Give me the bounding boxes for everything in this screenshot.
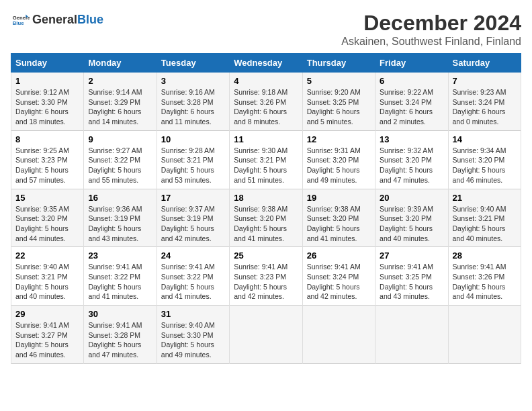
logo: General Blue GeneralBlue: [11, 11, 103, 30]
calendar-cell: 26Sunrise: 9:41 AMSunset: 3:24 PMDayligh…: [302, 247, 375, 306]
calendar-cell: [375, 306, 448, 364]
cell-info: Sunrise: 9:27 AMSunset: 3:22 PMDaylight:…: [88, 146, 152, 185]
calendar-week-row: 8Sunrise: 9:25 AMSunset: 3:23 PMDaylight…: [11, 130, 521, 189]
cell-info: Sunrise: 9:35 AMSunset: 3:20 PMDaylight:…: [15, 204, 79, 244]
calendar-cell: 15Sunrise: 9:35 AMSunset: 3:20 PMDayligh…: [11, 189, 84, 247]
calendar-cell: [448, 306, 521, 364]
day-number: 11: [234, 134, 298, 144]
day-number: 29: [15, 309, 79, 319]
calendar-cell: 16Sunrise: 9:36 AMSunset: 3:19 PMDayligh…: [84, 189, 157, 247]
day-number: 30: [88, 309, 152, 319]
column-header-sunday: Sunday: [11, 54, 84, 73]
cell-info: Sunrise: 9:32 AMSunset: 3:20 PMDaylight:…: [380, 146, 443, 185]
day-number: 21: [453, 193, 517, 203]
calendar-cell: 8Sunrise: 9:25 AMSunset: 3:23 PMDaylight…: [11, 130, 84, 189]
cell-info: Sunrise: 9:22 AMSunset: 3:24 PMDaylight:…: [380, 87, 443, 127]
calendar-week-row: 22Sunrise: 9:40 AMSunset: 3:21 PMDayligh…: [11, 247, 521, 306]
column-header-saturday: Saturday: [448, 54, 521, 73]
day-number: 6: [380, 76, 443, 86]
calendar-cell: 5Sunrise: 9:20 AMSunset: 3:25 PMDaylight…: [302, 73, 375, 131]
cell-info: Sunrise: 9:38 AMSunset: 3:20 PMDaylight:…: [307, 204, 371, 244]
cell-info: Sunrise: 9:31 AMSunset: 3:20 PMDaylight:…: [307, 146, 371, 185]
cell-info: Sunrise: 9:16 AMSunset: 3:28 PMDaylight:…: [161, 87, 225, 127]
cell-info: Sunrise: 9:41 AMSunset: 3:24 PMDaylight:…: [307, 262, 371, 302]
calendar-week-row: 1Sunrise: 9:12 AMSunset: 3:30 PMDaylight…: [11, 73, 521, 131]
calendar-cell: 27Sunrise: 9:41 AMSunset: 3:25 PMDayligh…: [375, 247, 448, 306]
day-number: 5: [307, 76, 371, 86]
cell-info: Sunrise: 9:41 AMSunset: 3:23 PMDaylight:…: [234, 262, 298, 302]
day-number: 10: [161, 134, 225, 144]
calendar-cell: 7Sunrise: 9:23 AMSunset: 3:24 PMDaylight…: [448, 73, 521, 131]
calendar-cell: 18Sunrise: 9:38 AMSunset: 3:20 PMDayligh…: [230, 189, 302, 247]
cell-info: Sunrise: 9:38 AMSunset: 3:20 PMDaylight:…: [234, 204, 298, 244]
day-number: 2: [88, 76, 152, 86]
calendar-cell: 4Sunrise: 9:18 AMSunset: 3:26 PMDaylight…: [230, 73, 302, 131]
calendar-cell: 31Sunrise: 9:40 AMSunset: 3:30 PMDayligh…: [157, 306, 229, 364]
day-number: 26: [307, 250, 371, 261]
cell-info: Sunrise: 9:40 AMSunset: 3:30 PMDaylight:…: [161, 320, 225, 360]
cell-info: Sunrise: 9:37 AMSunset: 3:19 PMDaylight:…: [161, 204, 225, 244]
day-number: 4: [234, 76, 298, 86]
day-number: 8: [15, 134, 79, 144]
day-number: 19: [307, 193, 371, 203]
calendar-cell: 3Sunrise: 9:16 AMSunset: 3:28 PMDaylight…: [157, 73, 229, 131]
calendar-week-row: 29Sunrise: 9:41 AMSunset: 3:27 PMDayligh…: [11, 306, 521, 364]
day-number: 27: [380, 250, 443, 261]
day-number: 17: [161, 193, 225, 203]
day-number: 3: [161, 76, 225, 86]
logo-text: GeneralBlue: [32, 13, 103, 27]
day-number: 15: [15, 193, 79, 203]
calendar-table: SundayMondayTuesdayWednesdayThursdayFrid…: [11, 53, 521, 364]
day-number: 25: [234, 250, 298, 261]
calendar-cell: 21Sunrise: 9:40 AMSunset: 3:21 PMDayligh…: [448, 189, 521, 247]
cell-info: Sunrise: 9:41 AMSunset: 3:25 PMDaylight:…: [380, 262, 443, 302]
day-number: 18: [234, 193, 298, 203]
calendar-cell: 6Sunrise: 9:22 AMSunset: 3:24 PMDaylight…: [375, 73, 448, 131]
title-area: December 2024 Askainen, Southwest Finlan…: [341, 11, 521, 48]
calendar-cell: 20Sunrise: 9:39 AMSunset: 3:20 PMDayligh…: [375, 189, 448, 247]
cell-info: Sunrise: 9:40 AMSunset: 3:21 PMDaylight:…: [15, 262, 79, 302]
day-number: 22: [15, 250, 79, 261]
calendar-cell: 10Sunrise: 9:28 AMSunset: 3:21 PMDayligh…: [157, 130, 229, 189]
day-number: 14: [453, 134, 517, 144]
column-header-friday: Friday: [375, 54, 448, 73]
page-title: December 2024: [341, 11, 521, 36]
calendar-cell: 2Sunrise: 9:14 AMSunset: 3:29 PMDaylight…: [84, 73, 157, 131]
day-number: 1: [15, 76, 79, 86]
calendar-cell: 24Sunrise: 9:41 AMSunset: 3:22 PMDayligh…: [157, 247, 229, 306]
calendar-cell: 22Sunrise: 9:40 AMSunset: 3:21 PMDayligh…: [11, 247, 84, 306]
day-number: 12: [307, 134, 371, 144]
day-number: 9: [88, 134, 152, 144]
cell-info: Sunrise: 9:34 AMSunset: 3:20 PMDaylight:…: [453, 146, 517, 185]
calendar-week-row: 15Sunrise: 9:35 AMSunset: 3:20 PMDayligh…: [11, 189, 521, 247]
day-number: 31: [161, 309, 225, 319]
svg-text:Blue: Blue: [13, 20, 24, 26]
column-header-thursday: Thursday: [302, 54, 375, 73]
cell-info: Sunrise: 9:23 AMSunset: 3:24 PMDaylight:…: [453, 87, 517, 127]
page-subtitle: Askainen, Southwest Finland, Finland: [341, 36, 521, 48]
calendar-cell: [230, 306, 302, 364]
cell-info: Sunrise: 9:14 AMSunset: 3:29 PMDaylight:…: [88, 87, 152, 127]
calendar-cell: 11Sunrise: 9:30 AMSunset: 3:21 PMDayligh…: [230, 130, 302, 189]
calendar-cell: 30Sunrise: 9:41 AMSunset: 3:28 PMDayligh…: [84, 306, 157, 364]
cell-info: Sunrise: 9:41 AMSunset: 3:26 PMDaylight:…: [453, 262, 517, 302]
cell-info: Sunrise: 9:30 AMSunset: 3:21 PMDaylight:…: [234, 146, 298, 185]
calendar-cell: [302, 306, 375, 364]
calendar-cell: 14Sunrise: 9:34 AMSunset: 3:20 PMDayligh…: [448, 130, 521, 189]
calendar-cell: 29Sunrise: 9:41 AMSunset: 3:27 PMDayligh…: [11, 306, 84, 364]
cell-info: Sunrise: 9:40 AMSunset: 3:21 PMDaylight:…: [453, 204, 517, 244]
day-number: 16: [88, 193, 152, 203]
header: General Blue GeneralBlue December 2024 A…: [11, 11, 521, 48]
calendar-cell: 28Sunrise: 9:41 AMSunset: 3:26 PMDayligh…: [448, 247, 521, 306]
day-number: 7: [453, 76, 517, 86]
cell-info: Sunrise: 9:41 AMSunset: 3:22 PMDaylight:…: [161, 262, 225, 302]
calendar-cell: 25Sunrise: 9:41 AMSunset: 3:23 PMDayligh…: [230, 247, 302, 306]
calendar-cell: 12Sunrise: 9:31 AMSunset: 3:20 PMDayligh…: [302, 130, 375, 189]
cell-info: Sunrise: 9:36 AMSunset: 3:19 PMDaylight:…: [88, 204, 152, 244]
calendar-cell: 23Sunrise: 9:41 AMSunset: 3:22 PMDayligh…: [84, 247, 157, 306]
day-number: 24: [161, 250, 225, 261]
column-header-wednesday: Wednesday: [230, 54, 302, 73]
calendar-body: 1Sunrise: 9:12 AMSunset: 3:30 PMDaylight…: [11, 73, 521, 364]
logo-icon: General Blue: [11, 11, 30, 30]
calendar-cell: 19Sunrise: 9:38 AMSunset: 3:20 PMDayligh…: [302, 189, 375, 247]
